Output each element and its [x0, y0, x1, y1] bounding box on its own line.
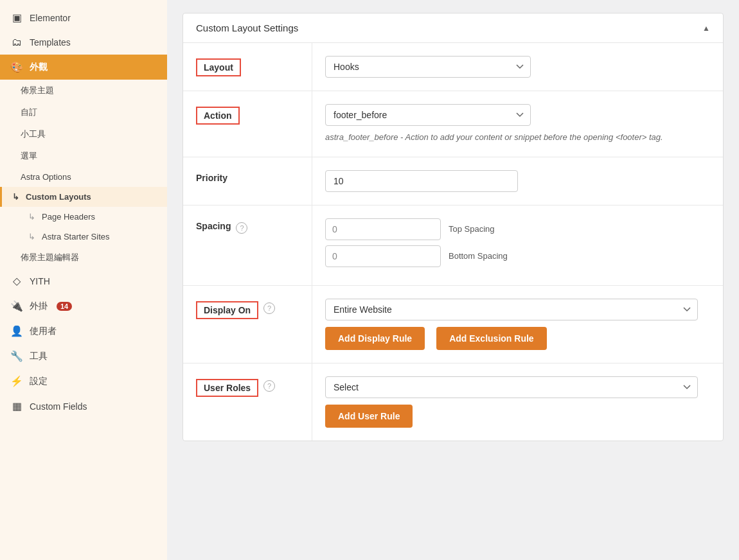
sidebar-item-yith[interactable]: ◇ YITH [0, 268, 167, 293]
sidebar-item-theme-editor[interactable]: 佈景主題編輯器 [0, 247, 167, 268]
sidebar-item-plugins[interactable]: 🔌 外掛 14 [0, 293, 167, 319]
layout-content-col: Hooks Header Footer 404 Page [312, 43, 723, 91]
priority-content-col [312, 157, 723, 205]
panel-title: Custom Layout Settings [196, 22, 298, 33]
settings-label: 設定 [30, 376, 48, 387]
spacing-label: Spacing [196, 221, 231, 231]
sidebar-item-label: 外觀 [30, 62, 48, 73]
astra-starter-sites-label: Astra Starter Sites [42, 232, 109, 241]
sidebar: ▣ Elementor 🗂 Templates 🎨 外觀 佈景主題 自訂 小工具… [0, 0, 167, 560]
sidebar-item-elementor[interactable]: ▣ Elementor [0, 5, 167, 30]
display-on-label: Display On [196, 301, 258, 319]
sidebar-item-custom-fields[interactable]: ▦ Custom Fields [0, 394, 167, 419]
add-user-rule-button[interactable]: Add User Rule [325, 405, 413, 428]
widgets-label: 小工具 [21, 128, 46, 140]
action-description: astra_footer_before - Action to add your… [325, 131, 685, 144]
settings-panel: Custom Layout Settings ▲ Layout Hooks He… [183, 13, 724, 441]
sidebar-item-appearance[interactable]: 🎨 外觀 [0, 55, 167, 80]
spacing-help-icon[interactable]: ? [236, 222, 247, 234]
tools-icon: 🔧 [10, 350, 23, 362]
sidebar-item-page-headers[interactable]: ↳ Page Headers [0, 207, 167, 227]
bottom-spacing-row: Bottom Spacing [325, 245, 710, 267]
sidebar-item-users[interactable]: 👤 使用者 [0, 319, 167, 344]
top-spacing-row: Top Spacing [325, 218, 710, 240]
layout-label: Layout [196, 58, 241, 76]
sidebar-item-menus[interactable]: 選單 [0, 145, 167, 167]
plugins-label: 外掛 [30, 301, 48, 312]
layout-row: Layout Hooks Header Footer 404 Page [183, 43, 723, 91]
display-rule-buttons: Add Display Rule Add Exclusion Rule [325, 320, 710, 350]
user-roles-content-col: Select Administrator Editor Subscriber A… [312, 363, 723, 441]
spacing-label-col: Spacing ? [183, 206, 312, 285]
user-roles-label: User Roles [196, 379, 258, 397]
add-exclusion-rule-button[interactable]: Add Exclusion Rule [436, 327, 546, 350]
priority-input[interactable] [325, 170, 518, 192]
collapse-icon[interactable]: ▲ [702, 24, 710, 33]
sidebar-item-label: Templates [30, 37, 71, 48]
user-roles-label-col: User Roles ? [183, 363, 312, 441]
tools-label: 工具 [30, 351, 48, 362]
sidebar-item-customize[interactable]: 自訂 [0, 101, 167, 123]
sidebar-item-tools[interactable]: 🔧 工具 [0, 344, 167, 369]
sidebar-item-astra-starter-sites[interactable]: ↳ Astra Starter Sites [0, 227, 167, 247]
action-row: Action footer_before header_before heade… [183, 91, 723, 157]
main-content: Custom Layout Settings ▲ Layout Hooks He… [167, 0, 739, 560]
custom-fields-label: Custom Fields [30, 401, 87, 412]
spacing-row: Spacing ? Top Spacing Bottom Spacing [183, 206, 723, 286]
arrow-icon: ↳ [28, 212, 35, 222]
sidebar-item-custom-layouts[interactable]: ↳ Custom Layouts [0, 187, 167, 207]
action-label: Action [196, 107, 240, 125]
user-roles-select[interactable]: Select Administrator Editor Subscriber [325, 376, 698, 398]
sidebar-item-widgets[interactable]: 小工具 [0, 123, 167, 145]
plugins-badge: 14 [57, 302, 72, 311]
action-content-col: footer_before header_before header_after… [312, 91, 723, 157]
elementor-icon: ▣ [10, 12, 23, 24]
sidebar-item-label: Elementor [30, 13, 71, 23]
display-on-row: Display On ? Entire Website Specific Pag… [183, 286, 723, 363]
users-icon: 👤 [10, 325, 23, 337]
sidebar-item-astra-options[interactable]: Astra Options [0, 167, 167, 187]
user-roles-help-icon[interactable]: ? [263, 380, 275, 392]
custom-layouts-label: Custom Layouts [26, 192, 91, 202]
action-select[interactable]: footer_before header_before header_after… [325, 104, 531, 126]
user-rule-button-row: Add User Rule [325, 398, 710, 428]
spacing-content-col: Top Spacing Bottom Spacing [312, 206, 723, 285]
page-headers-label: Page Headers [42, 212, 95, 222]
sidebar-item-templates[interactable]: 🗂 Templates [0, 30, 167, 55]
custom-fields-icon: ▦ [10, 400, 23, 412]
templates-icon: 🗂 [10, 37, 23, 48]
priority-row: Priority [183, 157, 723, 206]
arrow-icon: ↳ [28, 232, 35, 241]
panel-header: Custom Layout Settings ▲ [183, 13, 723, 43]
add-display-rule-button[interactable]: Add Display Rule [325, 327, 425, 350]
display-on-help-icon[interactable]: ? [263, 302, 275, 314]
priority-label-col: Priority [183, 157, 312, 205]
yith-label: YITH [30, 276, 50, 286]
layout-select[interactable]: Hooks Header Footer 404 Page [325, 56, 531, 78]
sidebar-item-settings[interactable]: ⚡ 設定 [0, 369, 167, 394]
menus-label: 選單 [21, 150, 37, 162]
yith-icon: ◇ [10, 275, 23, 287]
customize-label: 自訂 [21, 107, 37, 118]
astra-options-label: Astra Options [21, 172, 71, 182]
top-spacing-input[interactable] [325, 218, 441, 240]
priority-label: Priority [196, 173, 227, 183]
theme-editor-label: 佈景主題編輯器 [21, 252, 79, 263]
appearance-icon: 🎨 [10, 61, 23, 73]
display-on-label-col: Display On ? [183, 286, 312, 363]
users-label: 使用者 [30, 326, 57, 337]
sidebar-item-themes[interactable]: 佈景主題 [0, 80, 167, 101]
arrow-icon: ↳ [12, 192, 19, 202]
bottom-spacing-label: Bottom Spacing [449, 251, 508, 261]
user-roles-row: User Roles ? Select Administrator Editor… [183, 363, 723, 441]
top-spacing-label: Top Spacing [449, 224, 495, 234]
bottom-spacing-input[interactable] [325, 245, 441, 267]
themes-label: 佈景主題 [21, 85, 54, 96]
plugins-icon: 🔌 [10, 300, 23, 312]
action-label-col: Action [183, 91, 312, 157]
layout-label-col: Layout [183, 43, 312, 91]
display-on-content-col: Entire Website Specific Pages Front Page… [312, 286, 723, 363]
settings-icon: ⚡ [10, 375, 23, 387]
display-on-select[interactable]: Entire Website Specific Pages Front Page… [325, 299, 698, 320]
